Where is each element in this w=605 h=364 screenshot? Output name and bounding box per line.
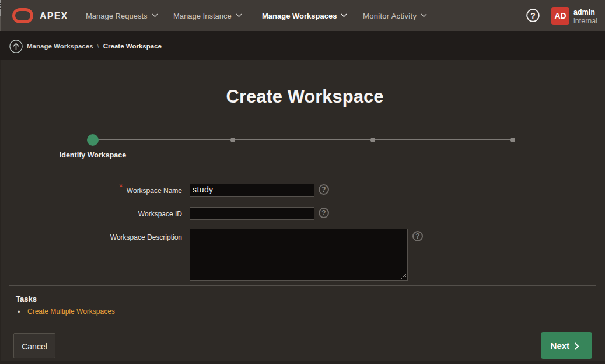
svg-text:?: ? <box>530 10 536 20</box>
